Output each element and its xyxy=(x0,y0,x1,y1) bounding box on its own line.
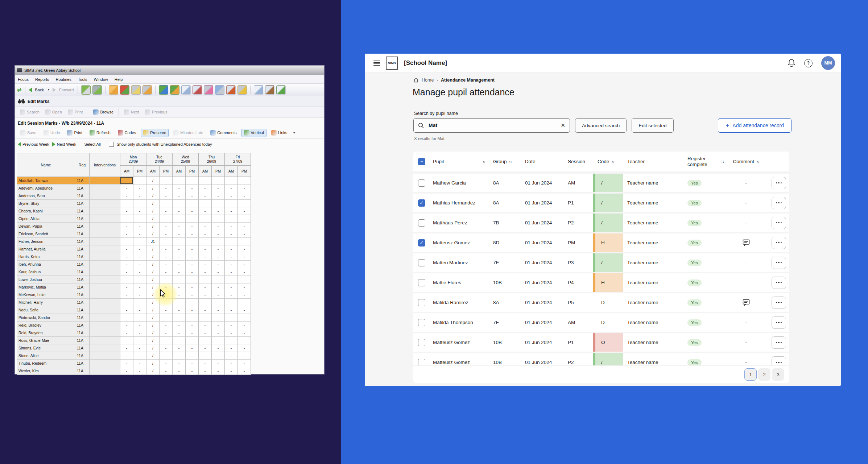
mark-cell[interactable]: - xyxy=(120,261,133,268)
row-actions-button[interactable] xyxy=(772,197,786,209)
mark-cell[interactable]: - xyxy=(133,306,146,314)
mark-cell[interactable]: - xyxy=(212,299,225,306)
mark-cell[interactable]: - xyxy=(212,238,225,245)
edit-doc-icon[interactable] xyxy=(193,85,202,95)
sort-icon[interactable]: ↑↓ xyxy=(509,160,512,164)
mark-cell[interactable]: - xyxy=(173,245,186,253)
mark-cell[interactable]: / xyxy=(146,337,160,344)
menu-window[interactable]: Window xyxy=(94,77,108,82)
mark-cell[interactable]: - xyxy=(186,337,199,344)
mark-cell[interactable]: - xyxy=(120,230,133,238)
row-actions-button[interactable] xyxy=(772,297,786,309)
mark-cell[interactable]: - xyxy=(212,223,225,230)
clear-search-icon[interactable]: ✕ xyxy=(561,122,565,129)
row-actions-button[interactable] xyxy=(772,257,786,269)
mark-cell[interactable]: - xyxy=(133,291,146,299)
mark-cell[interactable]: - xyxy=(186,306,199,314)
mail-icon[interactable] xyxy=(254,85,263,95)
mark-cell[interactable]: - xyxy=(133,268,146,276)
mark-cell[interactable]: - xyxy=(120,329,133,337)
mark-cell[interactable]: - xyxy=(238,223,251,230)
promotion-icon[interactable] xyxy=(215,85,224,95)
mark-cell[interactable]: - xyxy=(186,253,199,261)
mark-cell[interactable]: - xyxy=(212,230,225,238)
mark-cell[interactable]: - xyxy=(186,299,199,306)
mark-cell[interactable]: - xyxy=(238,245,251,253)
row-checkbox[interactable] xyxy=(418,179,425,187)
student-name[interactable]: Ciprio, Alicia xyxy=(17,215,75,223)
report-settings-icon[interactable] xyxy=(170,85,179,95)
mark-cell[interactable]: - xyxy=(238,314,251,322)
student-name[interactable]: Ross, Gracie-Mae xyxy=(17,337,75,344)
column-header-group[interactable]: Group↑↓ xyxy=(490,159,522,164)
menu-reports[interactable]: Reports xyxy=(35,77,49,82)
mark-cell[interactable]: J1 xyxy=(146,238,160,245)
person-icon[interactable] xyxy=(92,85,102,95)
mark-cell[interactable]: - xyxy=(238,192,251,200)
mark-cell[interactable]: - xyxy=(133,261,146,268)
report-edit-icon[interactable] xyxy=(159,85,168,95)
mark-cell[interactable]: - xyxy=(225,344,238,352)
mark-cell[interactable]: - xyxy=(225,352,238,360)
mark-cell[interactable]: - xyxy=(199,329,212,337)
sims-title-bar[interactable]: SIMS .net: Green Abbey School xyxy=(15,66,324,75)
mark-cell[interactable]: - xyxy=(120,245,133,253)
mark-cell[interactable]: / xyxy=(146,185,160,192)
student-name[interactable]: Mitchell, Harry xyxy=(17,299,75,306)
student-name[interactable]: Piotrowski, Sandor xyxy=(17,314,75,322)
mark-cell[interactable]: - xyxy=(160,185,173,192)
student-name[interactable]: Kaur, Joshua xyxy=(17,268,75,276)
mark-cell[interactable]: - xyxy=(173,322,186,329)
mark-cell[interactable]: - xyxy=(133,192,146,200)
mark-cell[interactable]: - xyxy=(186,291,199,299)
mark-cell[interactable]: - xyxy=(186,215,199,223)
mark-cell[interactable]: - xyxy=(225,360,238,367)
mark-cell[interactable]: - xyxy=(160,200,173,207)
advanced-search-button[interactable]: Advanced search xyxy=(575,118,627,133)
mark-cell[interactable]: - xyxy=(238,322,251,329)
mark-cell[interactable]: - xyxy=(212,360,225,367)
mark-cell[interactable]: - xyxy=(199,344,212,352)
mark-cell[interactable]: - xyxy=(238,276,251,283)
mark-cell[interactable]: - xyxy=(225,291,238,299)
student-name[interactable]: McKewan, Luke xyxy=(17,291,75,299)
intray-icon[interactable] xyxy=(265,85,274,95)
notification-bell-icon[interactable] xyxy=(788,59,795,67)
mark-cell[interactable]: - xyxy=(225,223,238,230)
mark-cell[interactable]: - xyxy=(186,192,199,200)
mark-cell[interactable]: - xyxy=(225,337,238,344)
search-mail-icon[interactable] xyxy=(131,85,141,95)
mark-cell[interactable]: - xyxy=(120,306,133,314)
edit-selected-button[interactable]: Edit selected xyxy=(632,118,673,133)
student-name[interactable]: Hamnet, Aurelia xyxy=(17,245,75,253)
mark-cell[interactable]: - xyxy=(212,177,225,185)
select-all-checkbox[interactable]: − xyxy=(418,158,425,165)
mark-cell[interactable]: - xyxy=(133,185,146,192)
mark-cell[interactable]: - xyxy=(186,329,199,337)
student-name[interactable]: Erickson, Scarlett xyxy=(17,230,75,238)
menu-tools[interactable]: Tools xyxy=(78,77,87,82)
mark-cell[interactable]: - xyxy=(160,314,173,322)
mark-cell[interactable]: - xyxy=(160,283,173,291)
mark-cell[interactable]: - xyxy=(212,268,225,276)
mark-cell[interactable]: - xyxy=(225,268,238,276)
student-name[interactable]: Anderson, Sara xyxy=(17,192,75,200)
timetable-icon[interactable] xyxy=(181,85,191,95)
mark-cell[interactable]: - xyxy=(160,367,173,375)
mark-cell[interactable]: / xyxy=(146,306,160,314)
links-button[interactable]: Links xyxy=(269,129,290,137)
mark-cell[interactable]: - xyxy=(160,352,173,360)
row-checkbox[interactable] xyxy=(418,299,425,306)
curriculum-icon[interactable] xyxy=(276,85,286,95)
mark-cell[interactable]: - xyxy=(120,344,133,352)
mark-cell[interactable]: - xyxy=(212,276,225,283)
mark-cell[interactable]: - xyxy=(173,238,186,245)
mark-cell[interactable]: / xyxy=(146,177,160,185)
search-box[interactable]: ✕ xyxy=(413,118,570,133)
mark-cell[interactable]: / xyxy=(146,344,160,352)
mark-cell[interactable]: - xyxy=(173,337,186,344)
mark-cell[interactable]: - xyxy=(186,367,199,375)
row-checkbox[interactable] xyxy=(418,359,425,366)
student-name[interactable]: Dewan, Papia xyxy=(17,223,75,230)
mark-cell[interactable]: - xyxy=(225,367,238,375)
